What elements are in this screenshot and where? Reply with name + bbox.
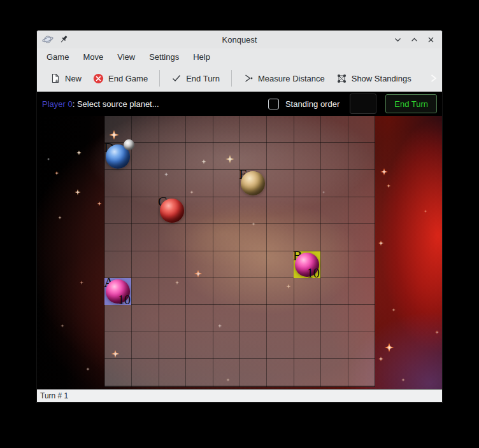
moon xyxy=(124,139,134,150)
menu-item-settings[interactable]: Settings xyxy=(142,50,186,64)
titlebar: Konquest xyxy=(37,31,442,48)
minimize-button[interactable] xyxy=(392,34,403,45)
star-sparkle xyxy=(424,209,427,213)
menu-item-view[interactable]: View xyxy=(110,50,142,64)
toolbar-button-label: End Game xyxy=(108,74,148,83)
planet-e[interactable]: E xyxy=(240,170,266,197)
toolbar-button-label: End Turn xyxy=(186,74,220,83)
window-title: Konquest xyxy=(37,35,442,45)
game-board: A10B10CDE xyxy=(37,116,442,389)
star-sparkle xyxy=(380,168,388,176)
toolbar-button-end-turn[interactable]: End Turn xyxy=(166,69,225,88)
turn-counter: Turn # 1 xyxy=(40,391,68,400)
star-sparkle xyxy=(392,308,396,312)
message-text: : Select source planet... xyxy=(73,99,159,109)
star-sparkle xyxy=(385,343,394,353)
star-sparkle xyxy=(378,241,384,246)
star-sparkle xyxy=(378,356,383,361)
toolbar-button-label: Measure Distance xyxy=(258,74,325,83)
planet-d[interactable]: D xyxy=(104,143,131,170)
star-sparkle xyxy=(55,171,59,176)
star-sparkle xyxy=(387,184,391,188)
new-document-icon xyxy=(50,73,61,83)
planet-ships-count: 10 xyxy=(307,266,320,280)
pin-icon[interactable] xyxy=(59,34,70,45)
toolbar: NewEnd GameEnd TurnMeasure DistanceShow … xyxy=(37,65,442,92)
star-sparkle xyxy=(75,189,81,195)
checkmark-icon xyxy=(171,73,182,83)
toolbar-overflow-chevron-right-icon[interactable] xyxy=(429,74,438,83)
measure-distance-icon xyxy=(243,73,254,83)
toolbar-button-end-game[interactable]: End Game xyxy=(87,69,154,88)
planet-sphere xyxy=(241,171,265,195)
game-message: Player 0: Select source planet... xyxy=(42,99,159,109)
menubar: GameMoveViewSettingsHelp xyxy=(37,48,442,65)
ships-count-input[interactable] xyxy=(350,94,376,114)
toolbar-separator xyxy=(231,70,232,87)
standings-icon xyxy=(336,73,347,84)
statusbar: Turn # 1 xyxy=(37,389,442,402)
close-button[interactable] xyxy=(425,34,436,45)
star-sparkle xyxy=(435,330,440,335)
menu-item-game[interactable]: Game xyxy=(39,50,76,64)
maximize-button[interactable] xyxy=(409,34,419,45)
planet-ships-count: 10 xyxy=(118,293,131,307)
player-name: Player 0 xyxy=(42,99,73,109)
planet-sphere xyxy=(160,199,184,223)
planet-a[interactable]: A10 xyxy=(104,278,131,305)
konquest-window: Konquest GameMoveViewSettingsHelp NewEnd… xyxy=(36,30,443,403)
star-sparkle xyxy=(97,201,102,206)
end-turn-button[interactable]: End Turn xyxy=(385,94,437,113)
board-grid[interactable]: A10B10CDE xyxy=(104,116,375,387)
toolbar-button-show-standings[interactable]: Show Standings xyxy=(331,69,417,88)
star-sparkle xyxy=(61,324,64,328)
toolbar-button-measure-distance[interactable]: Measure Distance xyxy=(238,69,331,88)
menu-item-help[interactable]: Help xyxy=(186,50,217,64)
toolbar-button-label: New xyxy=(65,74,82,83)
star-sparkle xyxy=(76,150,82,155)
toolbar-button-new[interactable]: New xyxy=(45,69,87,88)
planet-c[interactable]: C xyxy=(159,197,185,224)
end-game-icon xyxy=(93,73,104,84)
planet-b[interactable]: B10 xyxy=(294,251,320,278)
menu-item-move[interactable]: Move xyxy=(76,50,110,64)
star-sparkle xyxy=(401,378,405,382)
saturn-planet-icon[interactable] xyxy=(42,34,54,45)
star-sparkle xyxy=(86,367,90,371)
toolbar-separator xyxy=(159,70,160,87)
star-sparkle xyxy=(58,216,62,220)
star-sparkle xyxy=(80,281,84,285)
standing-order-label: Standing order xyxy=(285,99,340,109)
toolbar-button-label: Show Standings xyxy=(352,74,411,83)
star-sparkle xyxy=(47,158,50,161)
message-bar: Player 0: Select source planet... Standi… xyxy=(37,92,442,116)
standing-order-checkbox[interactable] xyxy=(268,99,279,109)
